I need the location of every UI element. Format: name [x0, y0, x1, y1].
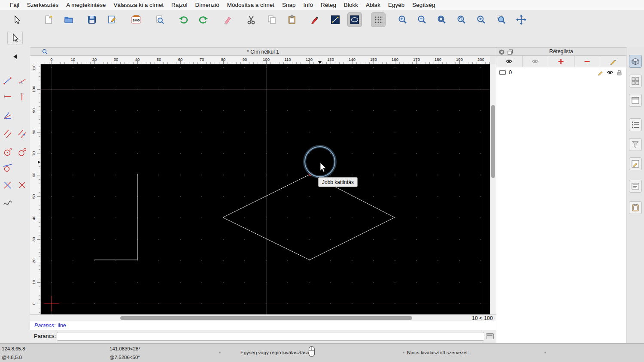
- line-tool-button[interactable]: [328, 12, 343, 27]
- vertical-scrollbar-thumb[interactable]: [491, 105, 495, 178]
- command-input[interactable]: [57, 332, 484, 341]
- show-all-layers-button[interactable]: [496, 56, 522, 67]
- left-button-hint: Egység vagy régió kiválasztása: [240, 350, 309, 355]
- pen-attributes-button[interactable]: [307, 12, 322, 27]
- dock-command-widget-toggle[interactable]: [629, 180, 642, 193]
- layer-name: 0: [509, 69, 512, 75]
- vruler-label: 30: [31, 235, 37, 244]
- menu-window[interactable]: Ablak: [362, 2, 384, 8]
- command-options-button[interactable]: [486, 333, 494, 339]
- entity-l-polyline[interactable]: [94, 174, 137, 260]
- redo-button[interactable]: [196, 12, 211, 27]
- entity-rhombus[interactable]: [223, 174, 395, 260]
- dock-block-list-toggle[interactable]: [629, 75, 642, 87]
- line-parallel-tool[interactable]: [1, 127, 15, 141]
- menu-select[interactable]: Válassza ki a címet: [110, 2, 167, 8]
- collapse-left-icon: [13, 54, 17, 59]
- modify-divide-tool[interactable]: [15, 178, 29, 193]
- zoom-out-button[interactable]: [415, 12, 429, 27]
- vertical-scrollbar[interactable]: [490, 64, 496, 314]
- zoom-window-button[interactable]: [494, 12, 509, 27]
- line-angle-tool[interactable]: [15, 74, 29, 88]
- menu-file[interactable]: Fájl: [6, 2, 23, 8]
- status-separator-dot: [544, 352, 546, 353]
- hruler-label: 10: [69, 57, 77, 62]
- horizontal-scrollbar-thumb[interactable]: [120, 316, 412, 320]
- zoom-pan-button[interactable]: [514, 12, 529, 27]
- grid-toggle-button[interactable]: [371, 12, 386, 27]
- paste-button[interactable]: [285, 12, 299, 27]
- zoom-in-button[interactable]: [395, 12, 410, 27]
- save-button[interactable]: [85, 12, 99, 27]
- dock-layer-list-toggle[interactable]: [629, 55, 642, 68]
- ellipse-tool-button[interactable]: [347, 12, 362, 27]
- layer-row-0[interactable]: 0: [496, 67, 626, 77]
- open-file-button[interactable]: [61, 12, 76, 27]
- menu-draw[interactable]: Rajzol: [167, 2, 191, 8]
- cursor-position-marker-v: [38, 160, 40, 164]
- dock-filter-toggle[interactable]: [629, 138, 642, 151]
- cut-button[interactable]: [244, 12, 258, 27]
- spline-tool[interactable]: [1, 196, 15, 211]
- pencil-icon: [610, 58, 617, 65]
- layer-edit-pencil-icon[interactable]: [598, 69, 604, 75]
- line-angle-icon: [17, 76, 27, 86]
- menu-layer[interactable]: Réteg: [317, 2, 340, 8]
- scissors-icon: [246, 15, 256, 25]
- command-row: Parancs:: [30, 330, 496, 342]
- new-document-button[interactable]: [41, 12, 56, 27]
- collapse-tools-button[interactable]: [2, 53, 28, 60]
- dock-entity-list-toggle[interactable]: [629, 118, 642, 131]
- hruler-label: 20: [91, 57, 98, 62]
- save-as-button[interactable]: [105, 12, 119, 27]
- select-pointer-button[interactable]: [9, 12, 24, 27]
- drawing-canvas[interactable]: Jobb kattintás: [41, 64, 490, 314]
- zoom-previous-button[interactable]: [474, 12, 489, 27]
- vruler-label: 110: [31, 64, 37, 72]
- circle-center-icon: [3, 147, 13, 157]
- dock-library-browser-toggle[interactable]: [629, 94, 642, 107]
- copy-button[interactable]: [264, 12, 279, 27]
- line-parallel-point-tool[interactable]: [15, 127, 29, 141]
- line-horizontal-tool[interactable]: [1, 90, 15, 104]
- print-preview-button[interactable]: [152, 12, 167, 27]
- modify-trim-tool[interactable]: [1, 178, 15, 193]
- remove-layer-button[interactable]: [574, 56, 601, 67]
- line-vertical-tool[interactable]: [15, 90, 29, 104]
- menu-modify[interactable]: Módosítsa a címet: [223, 2, 278, 8]
- layer-panel-title: Réteglista: [496, 48, 626, 54]
- menu-view[interactable]: A megtekintése: [62, 2, 109, 8]
- zoom-auto-button[interactable]: [434, 12, 449, 27]
- menu-edit[interactable]: Szerkesztés: [23, 2, 63, 8]
- export-svg-button[interactable]: SVG: [129, 12, 143, 27]
- circle-center-tool[interactable]: [1, 145, 15, 160]
- menu-block[interactable]: Blokk: [340, 2, 362, 8]
- circle-tangent-tool[interactable]: [1, 160, 15, 175]
- menu-info[interactable]: Infó: [300, 2, 317, 8]
- line-two-points-tool[interactable]: [1, 74, 15, 88]
- horizontal-scrollbar[interactable]: 10 < 100: [30, 314, 496, 321]
- hide-all-layers-button[interactable]: [522, 56, 549, 67]
- edit-layer-button[interactable]: [600, 56, 626, 67]
- dock-pen-palette-toggle[interactable]: [629, 157, 642, 170]
- dock-clipboard-toggle[interactable]: [629, 201, 642, 214]
- mouse-cursor-icon: [320, 163, 326, 172]
- hruler-label: 40: [134, 57, 141, 62]
- selection-tool-button[interactable]: [7, 31, 23, 45]
- new-document-icon: [43, 15, 54, 25]
- hruler-label: 170: [413, 57, 420, 62]
- zoom-redraw-button[interactable]: [454, 12, 469, 27]
- menu-dimension[interactable]: Dimenzió: [191, 2, 223, 8]
- menu-other[interactable]: Egyéb: [384, 2, 408, 8]
- line-bisector-tool[interactable]: [1, 108, 15, 123]
- layer-visible-eye-icon[interactable]: [607, 69, 614, 75]
- add-layer-button[interactable]: [548, 56, 574, 67]
- circle-two-points-tool[interactable]: [15, 145, 29, 160]
- menu-snap[interactable]: Snap: [278, 2, 300, 8]
- svg-export-icon: SVG: [131, 15, 142, 25]
- red-pen-icon: [310, 15, 320, 25]
- erase-button[interactable]: [220, 12, 235, 27]
- undo-button[interactable]: [176, 12, 191, 27]
- menu-help[interactable]: Segítség: [408, 2, 439, 8]
- layer-lock-icon[interactable]: [617, 69, 622, 75]
